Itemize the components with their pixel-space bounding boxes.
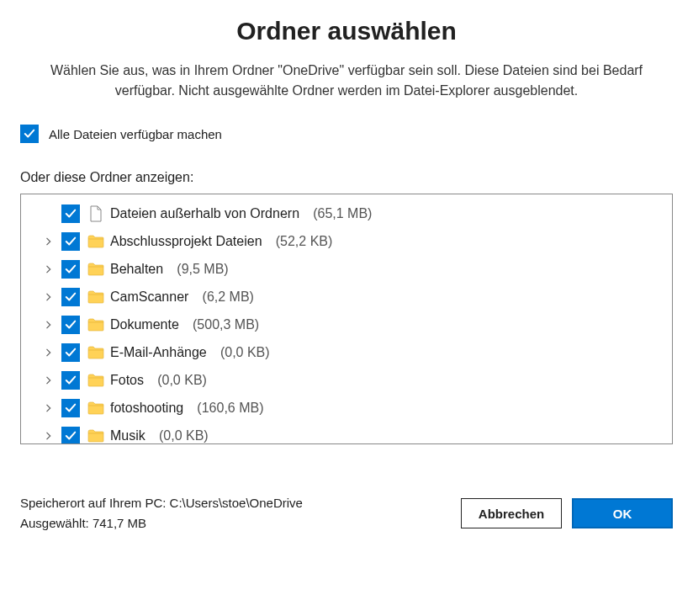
section-label: Oder diese Ordner anzeigen: [20, 170, 673, 185]
tree-item[interactable]: Fotos (0,0 KB) [21, 366, 672, 394]
item-size: (160,6 MB) [197, 401, 263, 416]
dialog-title: Ordner auswählen [20, 17, 673, 45]
item-size: (500,3 MB) [193, 317, 259, 332]
folder-icon [87, 371, 105, 390]
item-name: Behalten [110, 262, 163, 277]
chevron-right-icon[interactable] [43, 236, 55, 247]
item-name: Musik [110, 428, 145, 443]
item-checkbox[interactable] [61, 260, 80, 279]
item-size: (0,0 KB) [157, 373, 207, 388]
item-size: (6,2 MB) [203, 289, 254, 305]
item-size: (9,5 MB) [177, 262, 228, 277]
folder-tree-scroll[interactable]: Dateien außerhalb von Ordnern (65,1 MB)A… [21, 194, 672, 443]
item-size: (0,0 KB) [220, 345, 270, 360]
dialog-subtitle: Wählen Sie aus, was in Ihrem Ordner "One… [20, 61, 673, 101]
item-checkbox[interactable] [61, 232, 80, 251]
check-icon [24, 128, 35, 140]
tree-item[interactable]: CamScanner (6,2 MB) [21, 283, 672, 311]
tree-item[interactable]: Behalten (9,5 MB) [21, 255, 672, 283]
folder-icon [87, 232, 105, 251]
tree-item[interactable]: Abschlussprojekt Dateien (52,2 KB) [21, 227, 672, 255]
item-name: Dateien außerhalb von Ordnern [110, 206, 299, 221]
chevron-right-icon[interactable] [43, 263, 55, 275]
tree-item[interactable]: Dokumente (500,3 MB) [21, 311, 672, 338]
item-checkbox[interactable] [61, 316, 80, 334]
item-name: fotoshooting [110, 401, 183, 416]
item-checkbox[interactable] [61, 399, 80, 417]
item-size: (65,1 MB) [313, 206, 372, 221]
item-name: Dokumente [110, 317, 179, 332]
item-name: Fotos [110, 373, 144, 388]
chevron-right-icon [43, 208, 55, 220]
folder-icon [87, 343, 105, 362]
tree-item[interactable]: E-Mail-Anhänge (0,0 KB) [21, 338, 672, 366]
item-size: (0,0 KB) [159, 428, 209, 443]
file-icon [87, 204, 105, 223]
chevron-right-icon[interactable] [43, 430, 55, 442]
item-name: E-Mail-Anhänge [110, 345, 207, 360]
folder-icon [87, 399, 105, 417]
chevron-right-icon[interactable] [43, 319, 55, 331]
tree-item[interactable]: Musik (0,0 KB) [21, 422, 672, 443]
tree-item[interactable]: fotoshooting (160,6 MB) [21, 394, 672, 422]
chevron-right-icon[interactable] [43, 374, 55, 386]
folder-icon [87, 427, 105, 444]
all-files-row: Alle Dateien verfügbar machen [20, 125, 673, 143]
item-size: (52,2 KB) [276, 234, 333, 249]
cancel-button[interactable]: Abbrechen [461, 498, 562, 528]
chevron-right-icon[interactable] [43, 402, 55, 414]
folder-tree: Dateien außerhalb von Ordnern (65,1 MB)A… [20, 194, 673, 444]
all-files-checkbox[interactable] [20, 125, 39, 143]
item-checkbox[interactable] [61, 343, 80, 362]
item-checkbox[interactable] [61, 204, 80, 223]
item-checkbox[interactable] [61, 371, 80, 390]
item-name: CamScanner [110, 289, 188, 305]
folder-icon [87, 316, 105, 334]
footer-info: Speicherort auf Ihrem PC: C:\Users\stoe\… [20, 493, 303, 534]
chevron-right-icon[interactable] [43, 347, 55, 358]
chevron-right-icon[interactable] [43, 291, 55, 303]
ok-button[interactable]: OK [572, 498, 673, 528]
item-checkbox[interactable] [61, 288, 80, 306]
all-files-label: Alle Dateien verfügbar machen [49, 127, 222, 141]
folder-icon [87, 260, 105, 279]
selected-size: Ausgewählt: 741,7 MB [20, 513, 303, 534]
storage-location: Speicherort auf Ihrem PC: C:\Users\stoe\… [20, 493, 303, 513]
folder-icon [87, 288, 105, 306]
item-name: Abschlussprojekt Dateien [110, 234, 262, 249]
tree-item[interactable]: Dateien außerhalb von Ordnern (65,1 MB) [21, 199, 672, 227]
item-checkbox[interactable] [61, 427, 80, 444]
